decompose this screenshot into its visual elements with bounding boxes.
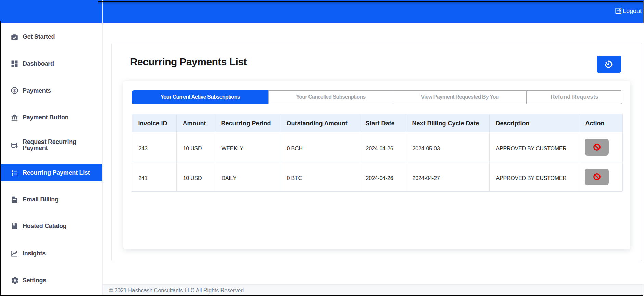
svg-text:$: $ xyxy=(13,88,16,93)
